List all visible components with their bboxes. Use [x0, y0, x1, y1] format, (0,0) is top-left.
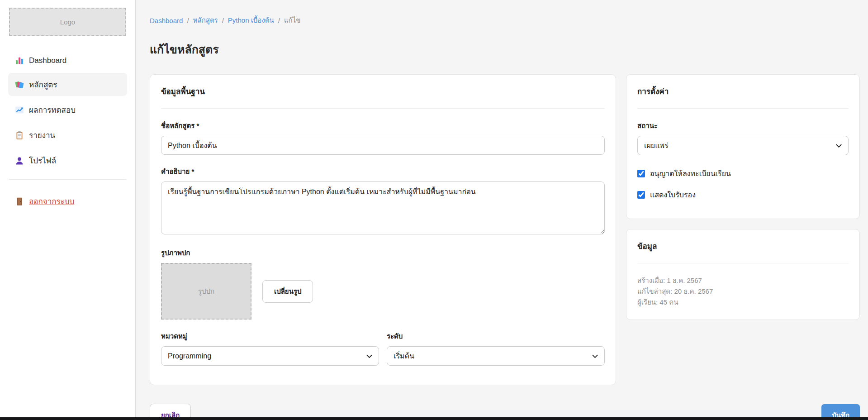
- course-name-input[interactable]: [161, 136, 605, 155]
- cover-image-placeholder: รูปปก: [161, 263, 251, 320]
- cover-placeholder-text: รูปปก: [198, 286, 214, 297]
- breadcrumb-current: แก้ไข: [284, 15, 301, 26]
- sidebar-item-test-results[interactable]: ผลการทดสอบ: [8, 98, 127, 121]
- sidebar-nav: Dashboard หลักสูตร ผลการทดสอบ: [8, 51, 127, 172]
- category-selected-value: Programming: [168, 352, 211, 360]
- chevron-down-icon: [366, 353, 373, 361]
- dashboard-icon: [15, 56, 24, 65]
- info-updated-line: แก้ไขล่าสุด: 20 ธ.ค. 2567: [637, 286, 849, 297]
- basic-info-card-title: ข้อมูลพื้นฐาน: [161, 85, 605, 109]
- description-label: คำอธิบาย *: [161, 166, 605, 177]
- settings-card-title: การตั้งค่า: [637, 85, 849, 109]
- cover-image-group: รูปภาพปก รูปปก เปลี่ยนรูป: [161, 248, 605, 320]
- allow-enrollment-row: อนุญาตให้ลงทะเบียนเรียน: [637, 168, 849, 179]
- status-label: สถานะ: [637, 120, 849, 131]
- main-content: Dashboard / หลักสูตร / Python เบื้องต้น …: [136, 0, 868, 420]
- sidebar-item-profile[interactable]: โปรไฟล์: [8, 149, 127, 172]
- sidebar-item-label: ผลการทดสอบ: [29, 104, 76, 116]
- logout-door-icon: [15, 197, 24, 206]
- description-group: คำอธิบาย * เรียนรู้พื้นฐานการเขียนโปรแกร…: [161, 166, 605, 236]
- test-results-icon: [15, 105, 24, 115]
- status-select[interactable]: เผยแพร่: [637, 136, 849, 155]
- logo-text: Logo: [60, 18, 75, 26]
- basic-info-card: ข้อมูลพื้นฐาน ชื่อหลักสูตร * คำอธิบาย * …: [150, 74, 616, 385]
- breadcrumb-link-courses[interactable]: หลักสูตร: [193, 15, 218, 26]
- description-textarea[interactable]: เรียนรู้พื้นฐานการเขียนโปรแกรมด้วยภาษา P…: [161, 181, 605, 234]
- breadcrumb-separator: /: [278, 17, 280, 24]
- chevron-down-icon: [592, 353, 598, 361]
- profile-icon: [15, 156, 24, 165]
- level-label: ระดับ: [387, 331, 605, 342]
- allow-enrollment-label: อนุญาตให้ลงทะเบียนเรียน: [650, 168, 731, 179]
- breadcrumb-link-dashboard[interactable]: Dashboard: [150, 17, 183, 24]
- category-select[interactable]: Programming: [161, 346, 379, 366]
- sidebar-item-label: โปรไฟล์: [29, 154, 56, 167]
- info-card-title: ข้อมูล: [637, 240, 849, 263]
- window-bottom-edge: [0, 417, 868, 420]
- courses-icon: [15, 80, 24, 89]
- reports-icon: [15, 131, 24, 140]
- sidebar-divider: [9, 179, 126, 180]
- sidebar-item-reports[interactable]: รายงาน: [8, 124, 127, 147]
- category-group: หมวดหมู่ Programming: [161, 331, 379, 366]
- level-select[interactable]: เริ่มต้น: [387, 346, 605, 366]
- category-level-row: หมวดหมู่ Programming ระดับ เริ่มต้น: [161, 331, 605, 366]
- show-certificate-label: แสดงใบรับรอง: [650, 189, 696, 200]
- course-name-label: ชื่อหลักสูตร *: [161, 120, 605, 131]
- sidebar-item-label: หลักสูตร: [29, 78, 57, 91]
- change-image-button[interactable]: เปลี่ยนรูป: [262, 280, 313, 303]
- logout-link[interactable]: ออกจากระบบ: [8, 191, 127, 212]
- show-certificate-row: แสดงใบรับรอง: [637, 189, 849, 200]
- level-group: ระดับ เริ่มต้น: [387, 331, 605, 366]
- course-name-group: ชื่อหลักสูตร *: [161, 120, 605, 155]
- breadcrumb-link-course[interactable]: Python เบื้องต้น: [228, 15, 274, 26]
- info-created-line: สร้างเมื่อ: 1 ธ.ค. 2567: [637, 275, 849, 286]
- sidebar: Logo Dashboard หลักสูตร: [0, 0, 136, 417]
- settings-card: การตั้งค่า สถานะ เผยแพร่ อนุญาตให้ลงทะเบ…: [626, 74, 860, 219]
- sidebar-item-label: รายงาน: [29, 129, 55, 141]
- right-column: การตั้งค่า สถานะ เผยแพร่ อนุญาตให้ลงทะเบ…: [626, 74, 860, 320]
- category-label: หมวดหมู่: [161, 331, 379, 342]
- cover-image-label: รูปภาพปก: [161, 248, 605, 258]
- breadcrumb-separator: /: [187, 17, 189, 24]
- level-selected-value: เริ่มต้น: [394, 350, 414, 362]
- breadcrumb-separator: /: [222, 17, 224, 24]
- status-selected-value: เผยแพร่: [644, 140, 669, 151]
- status-group: สถานะ เผยแพร่: [637, 120, 849, 155]
- sidebar-item-courses[interactable]: หลักสูตร: [8, 73, 127, 96]
- chevron-down-icon: [835, 143, 842, 151]
- breadcrumb: Dashboard / หลักสูตร / Python เบื้องต้น …: [150, 15, 860, 26]
- logo-placeholder: Logo: [9, 8, 126, 36]
- sidebar-item-label: Dashboard: [29, 56, 66, 65]
- page-title: แก้ไขหลักสูตร: [150, 40, 860, 58]
- show-certificate-checkbox[interactable]: [637, 191, 645, 199]
- sidebar-item-dashboard[interactable]: Dashboard: [8, 51, 127, 71]
- info-students-line: ผู้เรียน: 45 คน: [637, 297, 849, 308]
- logout-label: ออกจากระบบ: [29, 195, 74, 207]
- info-card: ข้อมูล สร้างเมื่อ: 1 ธ.ค. 2567 แก้ไขล่าส…: [626, 229, 860, 320]
- allow-enrollment-checkbox[interactable]: [637, 170, 645, 177]
- content-grid: ข้อมูลพื้นฐาน ชื่อหลักสูตร * คำอธิบาย * …: [150, 74, 860, 385]
